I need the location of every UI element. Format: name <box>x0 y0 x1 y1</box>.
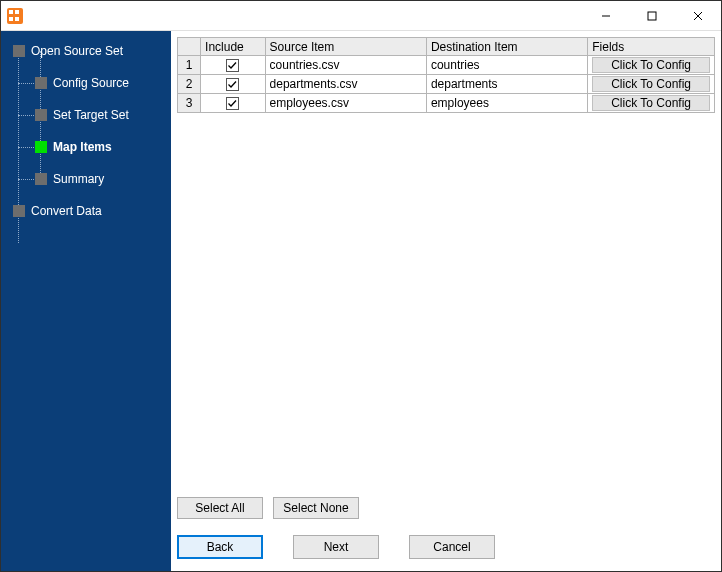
include-cell[interactable] <box>201 94 266 113</box>
fields-config-cell: Click To Config <box>588 56 715 75</box>
app-window: Open Source Set Config Source Set Target… <box>0 0 722 572</box>
include-cell[interactable] <box>201 56 266 75</box>
sidebar-item-summary[interactable]: Summary <box>1 167 171 191</box>
fields-config-cell: Click To Config <box>588 94 715 113</box>
table-row: 2departments.csvdepartmentsClick To Conf… <box>178 75 715 94</box>
sidebar-item-config-source[interactable]: Config Source <box>1 71 171 95</box>
sidebar-item-map-items[interactable]: Map Items <box>1 135 171 159</box>
fields-config-cell: Click To Config <box>588 75 715 94</box>
items-grid: Include Source Item Destination Item Fie… <box>177 37 715 113</box>
destination-item-cell[interactable]: countries <box>426 56 587 75</box>
back-button[interactable]: Back <box>177 535 263 559</box>
source-item-cell[interactable]: countries.csv <box>265 56 426 75</box>
destination-item-cell[interactable]: departments <box>426 75 587 94</box>
sidebar-item-set-target-set[interactable]: Set Target Set <box>1 103 171 127</box>
source-item-cell[interactable]: departments.csv <box>265 75 426 94</box>
sidebar-item-label: Convert Data <box>31 204 102 218</box>
minimize-button[interactable] <box>583 1 629 30</box>
sidebar-item-convert-data[interactable]: Convert Data <box>1 199 171 223</box>
row-number[interactable]: 1 <box>178 56 201 75</box>
include-cell[interactable] <box>201 75 266 94</box>
destination-item-cell[interactable]: employees <box>426 94 587 113</box>
select-none-button[interactable]: Select None <box>273 497 359 519</box>
wizard-sidebar: Open Source Set Config Source Set Target… <box>1 31 171 571</box>
col-header-fields[interactable]: Fields <box>588 38 715 56</box>
row-number[interactable]: 2 <box>178 75 201 94</box>
next-button[interactable]: Next <box>293 535 379 559</box>
svg-rect-1 <box>648 12 656 20</box>
wizard-buttons: Back Next Cancel <box>171 525 721 571</box>
table-row: 3employees.csvemployeesClick To Config <box>178 94 715 113</box>
close-button[interactable] <box>675 1 721 30</box>
table-row: 1countries.csvcountriesClick To Config <box>178 56 715 75</box>
selection-bar: Select All Select None <box>171 491 721 525</box>
sidebar-item-label: Set Target Set <box>53 108 129 122</box>
click-to-config-button[interactable]: Click To Config <box>592 95 710 111</box>
sidebar-item-label: Summary <box>53 172 104 186</box>
row-number[interactable]: 3 <box>178 94 201 113</box>
sidebar-item-label: Config Source <box>53 76 129 90</box>
cancel-button[interactable]: Cancel <box>409 535 495 559</box>
click-to-config-button[interactable]: Click To Config <box>592 57 710 73</box>
col-header-include[interactable]: Include <box>201 38 266 56</box>
grid-corner <box>178 38 201 56</box>
col-header-dest[interactable]: Destination Item <box>426 38 587 56</box>
select-all-button[interactable]: Select All <box>177 497 263 519</box>
sidebar-item-label: Open Source Set <box>31 44 123 58</box>
main-panel: Include Source Item Destination Item Fie… <box>171 31 721 571</box>
titlebar <box>1 1 721 31</box>
source-item-cell[interactable]: employees.csv <box>265 94 426 113</box>
maximize-button[interactable] <box>629 1 675 30</box>
sidebar-item-open-source-set[interactable]: Open Source Set <box>1 39 171 63</box>
click-to-config-button[interactable]: Click To Config <box>592 76 710 92</box>
sidebar-item-label: Map Items <box>53 140 112 154</box>
col-header-source[interactable]: Source Item <box>265 38 426 56</box>
app-icon <box>7 8 23 24</box>
